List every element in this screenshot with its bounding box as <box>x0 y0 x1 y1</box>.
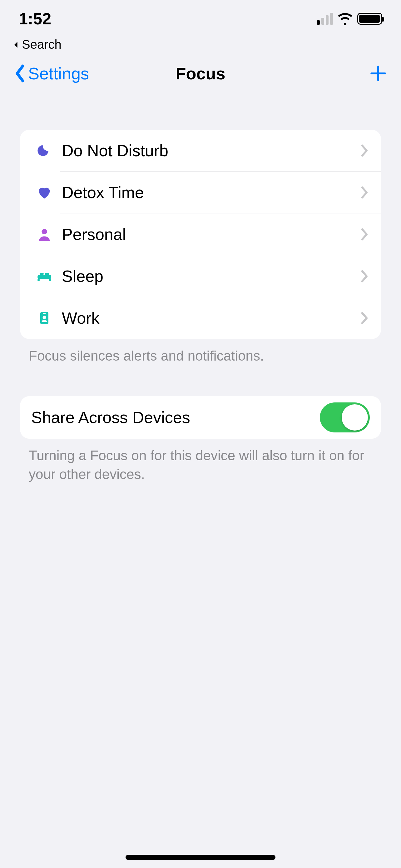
navbar: Settings Focus <box>0 52 401 95</box>
badge-icon <box>29 310 60 326</box>
wifi-icon <box>338 11 352 26</box>
focus-row-detox-time[interactable]: Detox Time <box>20 172 381 213</box>
status-right <box>317 11 382 26</box>
battery-icon <box>357 13 382 25</box>
plus-icon <box>369 64 387 83</box>
breadcrumb-label: Search <box>22 37 62 52</box>
focus-row-personal[interactable]: Personal <box>20 213 381 255</box>
bed-icon <box>29 268 60 284</box>
clock: 1:52 <box>19 9 51 28</box>
chevron-right-icon <box>360 270 369 283</box>
share-across-devices-row[interactable]: Share Across Devices <box>20 396 381 439</box>
back-triangle-icon <box>12 41 20 48</box>
focus-row-do-not-disturb[interactable]: Do Not Disturb <box>20 130 381 172</box>
chevron-right-icon <box>360 144 369 157</box>
breadcrumb-back[interactable]: Search <box>0 37 401 52</box>
focus-row-label: Detox Time <box>60 183 360 202</box>
cellular-icon <box>317 13 333 25</box>
chevron-right-icon <box>360 186 369 199</box>
status-bar: 1:52 <box>0 0 401 37</box>
status-left: 1:52 <box>19 9 54 28</box>
focus-row-sleep[interactable]: Sleep <box>20 255 381 297</box>
focus-list-footer: Focus silences alerts and notifications. <box>20 339 381 365</box>
focus-row-work[interactable]: Work <box>20 297 381 339</box>
chevron-right-icon <box>360 228 369 241</box>
home-indicator[interactable] <box>126 855 275 860</box>
share-footer: Turning a Focus on for this device will … <box>20 439 381 484</box>
focus-row-label: Work <box>60 309 360 328</box>
chevron-left-icon <box>14 64 26 83</box>
focus-list: Do Not DisturbDetox TimePersonalSleepWor… <box>20 130 381 339</box>
moon-icon <box>29 143 60 159</box>
focus-row-label: Do Not Disturb <box>60 141 360 160</box>
add-focus-button[interactable] <box>369 64 387 83</box>
person-icon <box>29 226 60 243</box>
back-label: Settings <box>28 64 89 83</box>
share-toggle[interactable] <box>320 402 370 432</box>
share-label: Share Across Devices <box>31 408 190 427</box>
chevron-right-icon <box>360 312 369 324</box>
heart-icon <box>29 184 60 200</box>
share-card: Share Across Devices <box>20 396 381 439</box>
focus-row-label: Sleep <box>60 267 360 286</box>
focus-row-label: Personal <box>60 225 360 244</box>
back-button[interactable]: Settings <box>14 64 89 83</box>
